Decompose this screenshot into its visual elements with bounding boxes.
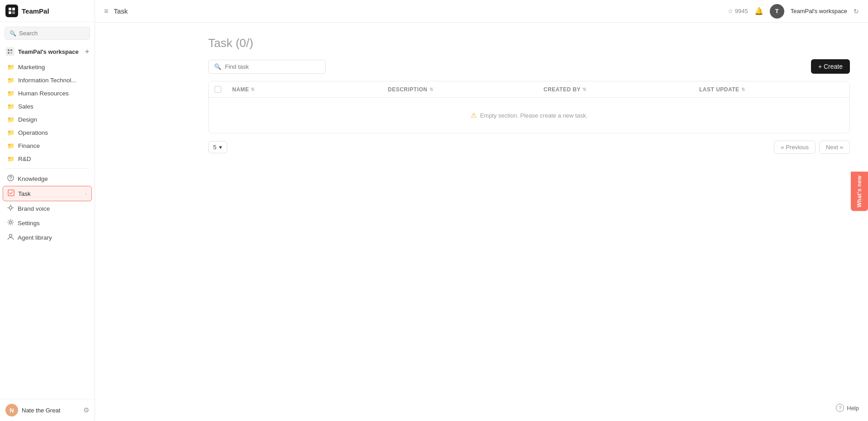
- topbar-avatar: T: [770, 4, 784, 19]
- topbar-right: ☆ 9945 🔔 T TeamPal's workspace ↻: [728, 4, 859, 19]
- folder-icon: 📁: [7, 129, 14, 136]
- help-label: Help: [847, 405, 859, 412]
- svg-rect-5: [10, 49, 12, 51]
- svg-rect-0: [9, 8, 11, 10]
- table-header-checkbox[interactable]: [209, 86, 227, 93]
- topbar-workspace-name: TeamPal's workspace: [791, 8, 847, 14]
- sidebar-item-marketing[interactable]: 📁 Marketing: [0, 61, 95, 74]
- sidebar-item-operations[interactable]: 📁 Operations: [0, 126, 95, 139]
- user-settings-gear-icon[interactable]: ⚙: [83, 406, 89, 414]
- workspace-icon: [5, 47, 14, 56]
- settings-icon: [7, 219, 14, 227]
- sidebar-divider: [5, 168, 89, 169]
- logo-icon: [5, 5, 18, 17]
- knowledge-icon: [7, 175, 14, 183]
- page-title: Task (0/): [208, 36, 850, 50]
- svg-point-9: [10, 179, 11, 180]
- svg-rect-6: [8, 52, 10, 54]
- menu-icon[interactable]: ≡: [104, 7, 108, 15]
- svg-rect-1: [12, 8, 15, 10]
- sidebar-item-sales[interactable]: 📁 Sales: [0, 100, 95, 113]
- search-icon: 🔍: [10, 30, 16, 37]
- task-toolbar: 🔍 + Create: [208, 59, 850, 74]
- find-task-search-icon: 🔍: [214, 63, 221, 70]
- sidebar-item-design[interactable]: 📁 Design: [0, 113, 95, 126]
- svg-rect-7: [10, 52, 12, 54]
- sort-icon-last-update[interactable]: ⇅: [741, 87, 745, 92]
- sort-icon-created-by[interactable]: ⇅: [582, 87, 587, 92]
- sidebar-item-knowledge[interactable]: Knowledge: [0, 171, 95, 186]
- folder-icon: 📁: [7, 64, 14, 71]
- topbar-title: Task: [114, 7, 128, 15]
- warning-icon: ⚠: [471, 111, 477, 119]
- sidebar-item-label: Design: [18, 116, 37, 123]
- per-page-value: 5: [213, 144, 216, 151]
- per-page-select[interactable]: 5 ▾: [208, 141, 227, 153]
- svg-rect-2: [9, 11, 11, 14]
- find-task-input-wrapper[interactable]: 🔍: [208, 60, 326, 74]
- sidebar-item-settings[interactable]: Settings: [0, 216, 95, 230]
- sidebar-item-label: Sales: [18, 103, 33, 110]
- table-footer: 5 ▾ « Previous Next »: [208, 141, 850, 154]
- star-icon: ☆: [728, 8, 733, 14]
- chevron-down-icon: ▾: [219, 144, 222, 151]
- chevron-right-icon: »: [840, 144, 843, 151]
- svg-point-8: [8, 175, 14, 181]
- sidebar-item-information-technology[interactable]: 📁 Information Technol...: [0, 74, 95, 87]
- table-body-empty: ⚠ Empty section. Please create a new tas…: [209, 98, 849, 133]
- sort-icon-name[interactable]: ⇅: [251, 87, 255, 92]
- workspace-label: TeamPal's workspace: [18, 48, 79, 55]
- add-workspace-icon[interactable]: +: [85, 47, 89, 56]
- create-button[interactable]: + Create: [811, 59, 850, 74]
- sidebar-item-agent-library[interactable]: Agent library: [0, 230, 95, 245]
- sidebar-footer: N Nate the Great ⚙: [0, 399, 95, 421]
- folder-icon: 📁: [7, 142, 14, 149]
- folder-icon: 📁: [7, 156, 14, 162]
- chevron-right-icon: ‹: [85, 191, 87, 196]
- sidebar-item-finance[interactable]: 📁 Finance: [0, 139, 95, 152]
- previous-button[interactable]: « Previous: [774, 141, 816, 154]
- svg-point-13: [10, 234, 12, 237]
- task-table: NAME ⇅ DESCRIPTION ⇅ CREATED BY ⇅ LAST U…: [208, 81, 850, 133]
- sidebar-item-label: Operations: [18, 129, 48, 136]
- svg-rect-3: [12, 11, 15, 14]
- chevron-left-icon: «: [781, 144, 784, 151]
- search-box[interactable]: 🔍: [5, 27, 90, 40]
- star-count: 9945: [735, 8, 748, 14]
- table-header-name: NAME ⇅: [227, 86, 382, 93]
- table-header-created-by: CREATED BY ⇅: [538, 86, 694, 93]
- sidebar-item-brand-voice[interactable]: Brand voice: [0, 201, 95, 216]
- sidebar-item-human-resources[interactable]: 📁 Human Resources: [0, 87, 95, 100]
- sidebar-item-label: Finance: [18, 142, 40, 149]
- next-button[interactable]: Next »: [819, 141, 850, 154]
- user-avatar: N: [5, 404, 18, 416]
- folder-icon: 📁: [7, 90, 14, 97]
- sidebar-item-label: Knowledge: [18, 175, 48, 182]
- sidebar-item-label: Information Technol...: [18, 77, 76, 84]
- sidebar-header: TeamPal: [0, 0, 95, 22]
- sort-icon-description[interactable]: ⇅: [429, 87, 434, 92]
- sidebar-item-label: Settings: [18, 220, 40, 227]
- agent-library-icon: [7, 233, 14, 241]
- workspace-row: TeamPal's workspace +: [0, 44, 95, 59]
- bell-icon[interactable]: 🔔: [754, 7, 763, 15]
- refresh-icon[interactable]: ↻: [854, 8, 859, 15]
- sidebar-item-label: Brand voice: [18, 205, 50, 212]
- sidebar-item-task[interactable]: Task ‹: [3, 186, 92, 201]
- star-button[interactable]: ☆ 9945: [728, 8, 748, 14]
- whats-new-tab[interactable]: What's new: [851, 172, 868, 211]
- select-all-checkbox[interactable]: [215, 86, 221, 93]
- sidebar-item-label: Marketing: [18, 64, 45, 71]
- help-button[interactable]: ? Help: [836, 404, 859, 412]
- sidebar-item-rd[interactable]: 📁 R&D: [0, 152, 95, 166]
- find-task-input[interactable]: [225, 63, 320, 70]
- table-header-last-update: LAST UPDATE ⇅: [694, 86, 849, 93]
- svg-rect-4: [8, 49, 10, 51]
- svg-rect-10: [8, 190, 14, 196]
- brand-voice-icon: [7, 204, 14, 213]
- task-icon: [8, 189, 14, 198]
- nav-section: 📁 Marketing 📁 Information Technol... 📁 H…: [0, 59, 95, 399]
- svg-point-12: [10, 221, 12, 223]
- table-header: NAME ⇅ DESCRIPTION ⇅ CREATED BY ⇅ LAST U…: [209, 81, 849, 98]
- search-input[interactable]: [19, 30, 85, 37]
